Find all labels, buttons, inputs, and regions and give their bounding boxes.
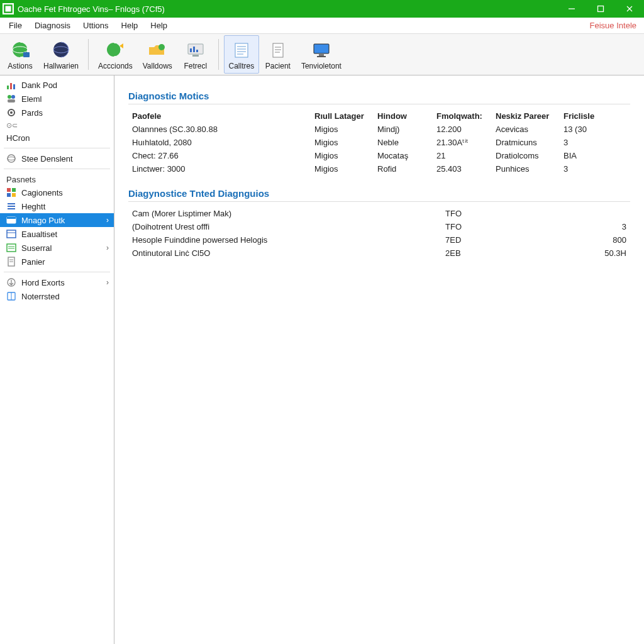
sidebar-item-label: Pards (21, 108, 43, 118)
table-cell: 21.30Aᵗⁱᵗ (433, 136, 492, 149)
menu-help-1[interactable]: Help (115, 18, 145, 33)
col-header[interactable]: Friclisle (560, 109, 630, 123)
svg-point-40 (8, 157, 15, 160)
sidebar-item-dankpod[interactable]: Dank Pod (0, 78, 114, 92)
toolbar-fetrecl[interactable]: Fetrecl (178, 35, 213, 74)
sidebar: Dank Pod Eleml Pards ⊙⊂ HCron Stee Densl… (0, 75, 114, 644)
list-green-icon (6, 243, 16, 253)
table-cell: Cam (Morer Lisptimer Mak) (128, 207, 441, 220)
table-cell (580, 207, 630, 220)
toolbar-label: Astions (8, 62, 32, 70)
table-row[interactable]: Huıhlatold, 2080MigiosNeble21.30AᵗⁱᵗDrat… (128, 136, 630, 149)
sidebar-item-eleml[interactable]: Eleml (0, 92, 114, 106)
app-icon (3, 3, 14, 14)
close-button[interactable] (615, 0, 644, 18)
sidebar-item-mnagoputk[interactable]: Mnago Putk › (0, 213, 114, 227)
minimize-button[interactable] (557, 0, 586, 18)
svg-point-12 (158, 44, 165, 50)
table-cell: 25.403 (433, 162, 492, 175)
toolbar-separator (88, 39, 89, 70)
document-list-icon (230, 40, 253, 60)
grid-icon (6, 187, 16, 197)
toolbar-valldows[interactable]: Valldows (138, 35, 177, 74)
col-header[interactable]: Hindow (374, 109, 433, 123)
table-row[interactable]: Linctwer: 3000MigiosRofid25.403Punhices3 (128, 162, 630, 175)
sidebar-item-suserral[interactable]: Suserral › (0, 241, 114, 255)
svg-rect-44 (12, 193, 16, 197)
sidebar-item-hordexorts[interactable]: Hord Exorts › (0, 275, 114, 289)
table-cell: 3 (580, 220, 630, 233)
sidebar-item-cagionents[interactable]: Cagionents (0, 186, 114, 199)
chevron-right-icon: › (106, 216, 109, 225)
table-cell: BIA (560, 149, 630, 162)
svg-rect-29 (319, 54, 324, 56)
menubar-right-label[interactable]: Feisue Intele (590, 21, 641, 30)
sidebar-item-label: Dank Pod (21, 80, 57, 90)
titlebar: Oache Fet Fhtrogec Vins– Fnlogs (7Cf5) (0, 0, 644, 18)
svg-rect-47 (8, 208, 15, 209)
svg-rect-18 (235, 43, 248, 57)
sidebar-item-hcron[interactable]: HCron (0, 131, 114, 145)
col-header[interactable]: Paofele (128, 109, 311, 123)
svg-rect-43 (7, 193, 11, 197)
sidebar-item-noterrsted[interactable]: Noterrsted (0, 289, 114, 303)
table-cell: Mocataş (374, 149, 433, 162)
menu-diagnosis[interactable]: Diagnosis (28, 18, 77, 33)
table-cell: Neble (374, 136, 433, 149)
table-row[interactable]: (Doihotrent Urest offfiTFO3 (128, 220, 630, 233)
menu-file[interactable]: File (3, 18, 28, 33)
table-cell: 12.200 (433, 123, 492, 136)
sidebar-item-tiny[interactable]: ⊙⊂ (0, 119, 114, 131)
sidebar-item-steedenslent[interactable]: Stee Denslent (0, 152, 114, 165)
svg-rect-32 (10, 83, 12, 89)
menubar: File Diagnosis Uttions Help Help Feisue … (0, 18, 644, 34)
folder-share-icon (146, 40, 169, 60)
chart-green-icon (6, 80, 16, 90)
gear-icon (6, 108, 16, 118)
sidebar-item-label: Hord Exorts (21, 278, 65, 287)
sidebar-item-pards[interactable]: Pards (0, 106, 114, 119)
menu-help-2[interactable]: Help (144, 18, 174, 33)
table-row[interactable]: Hesople Fuinddine powersed Helogis7ED800 (128, 233, 630, 247)
sidebar-item-label: Mnago Putk (21, 216, 65, 225)
sidebar-item-label: Noterrsted (21, 292, 60, 301)
toolbar-calltres[interactable]: Calltres (224, 35, 259, 74)
toolbar-hallwarien[interactable]: Hallwarien (39, 35, 83, 74)
table-row[interactable]: Chect: 27.66MigiosMocataş21DratiolcomsBI… (128, 149, 630, 162)
window-controls (557, 0, 644, 18)
table-cell: Ontinutoral Linċ Cl5O (128, 247, 441, 260)
table-row[interactable]: Cam (Morer Lisptimer Mak)TFO (128, 207, 630, 220)
maximize-button[interactable] (586, 0, 615, 18)
table-row[interactable]: Ontinutoral Linċ Cl5O2EB50.3H (128, 247, 630, 260)
toolbar-tenvioletont[interactable]: Tenvioletont (297, 35, 346, 74)
col-header[interactable]: Fmolqwath: (433, 109, 492, 123)
table-cell: Chect: 27.66 (128, 149, 311, 162)
window-icon (6, 229, 16, 239)
toolbar-astions[interactable]: Astions (3, 35, 38, 74)
table-cell: 21 (433, 149, 492, 162)
col-header[interactable]: Rıull Latager (311, 109, 374, 123)
globe-dark-icon (50, 40, 72, 60)
globe-gray-icon (6, 153, 16, 164)
sidebar-item-eaualtiset[interactable]: Eaualtiset (0, 227, 114, 241)
document-gray-icon (267, 40, 289, 60)
sidebar-item-label: Eleml (21, 94, 42, 104)
toolbar-pacient[interactable]: Pacient (260, 35, 296, 74)
svg-rect-16 (196, 50, 198, 52)
export-icon (6, 277, 16, 287)
toolbar-accconds[interactable]: Acccionds (94, 35, 137, 74)
menu-uttions[interactable]: Uttions (77, 18, 114, 33)
col-header[interactable]: Neskiz Pareer (492, 109, 560, 123)
table-cell: Dratiolcoms (492, 149, 560, 162)
table-cell: Migios (311, 162, 374, 175)
toolbar-label: Valldows (143, 62, 172, 70)
sidebar-item-panier[interactable]: Panier (0, 255, 114, 269)
toolbar-label: Pacient (265, 62, 291, 70)
sidebar-item-heghtt[interactable]: Heghtt (0, 199, 114, 213)
table-cell: Punhices (492, 162, 560, 175)
svg-rect-41 (7, 188, 11, 192)
table-row[interactable]: Olannnes (SC.30.80.88MigiosMindj)12.200A… (128, 123, 630, 136)
svg-rect-49 (7, 217, 16, 219)
table-cell: 3 (560, 162, 630, 175)
toolbar: Astions Hallwarien Acccionds Valldows Fe… (0, 34, 644, 75)
